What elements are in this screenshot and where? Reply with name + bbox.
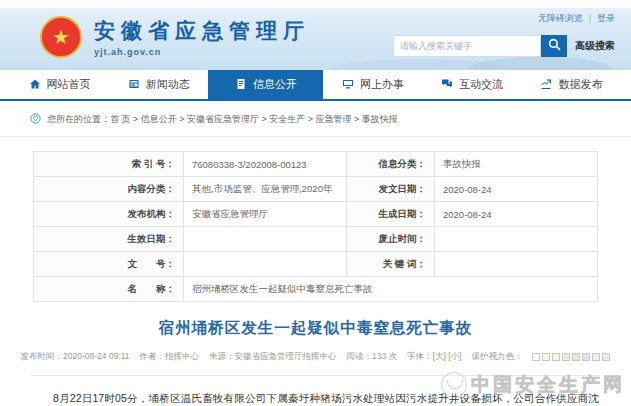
field-value: 2020-08-24 bbox=[435, 202, 598, 227]
field-value: 其他,市场监管、应急管理,2020年 bbox=[184, 177, 347, 202]
table-row: 文 号： 关 键 词： bbox=[34, 252, 598, 277]
color-swatch[interactable] bbox=[532, 353, 540, 361]
breadcrumb-trail[interactable]: 您所在的位置：首 页 > 信息公开 > 安徽省应急管理厅 > 安全生产 > 应急… bbox=[47, 113, 398, 126]
nav-label: 互动交流 bbox=[459, 77, 503, 92]
field-value: 宿州埇桥区发生一起疑似中毒窒息死亡事故 bbox=[184, 277, 598, 302]
nav-item-online-services[interactable]: 网上办事 bbox=[323, 70, 422, 99]
color-swatch[interactable] bbox=[552, 353, 560, 361]
color-swatch[interactable] bbox=[582, 353, 590, 361]
accessibility-link[interactable]: 无障碍浏览 bbox=[538, 13, 583, 23]
search-bar: 高级搜索 bbox=[393, 35, 615, 57]
field-label: 索 引 号： bbox=[34, 152, 184, 177]
eye-protect-swatches bbox=[532, 353, 610, 361]
field-value bbox=[435, 227, 598, 252]
article-body: 8月22日17时05分，埇桥区温氏畜牧有限公司下属秦圩种猪场污水处理站因污水提升… bbox=[32, 388, 599, 406]
field-label: 生效日期： bbox=[34, 227, 184, 252]
field-label: 废止时间： bbox=[347, 227, 435, 252]
color-swatch[interactable] bbox=[542, 353, 550, 361]
location-pin-icon bbox=[30, 113, 41, 126]
color-swatch[interactable] bbox=[562, 353, 570, 361]
monitor-icon bbox=[342, 78, 354, 92]
font-size-controls[interactable]: 字体：[大] [小] bbox=[407, 351, 461, 363]
nav-item-interaction[interactable]: 互动交流 bbox=[423, 70, 522, 99]
nav-label: 新闻动态 bbox=[146, 77, 190, 92]
field-label: 信息分类： bbox=[347, 152, 435, 177]
site-brand[interactable]: ★ 安徽省应急管理厅 yjt.ah.gov.cn bbox=[40, 16, 310, 58]
document-info-table: 索 引 号： 76080338-3/202008-00123 信息分类： 事故快… bbox=[33, 151, 598, 302]
color-swatch[interactable] bbox=[602, 353, 610, 361]
national-emblem-logo: ★ bbox=[40, 16, 82, 58]
nav-item-home[interactable]: 网站首页 bbox=[10, 70, 109, 99]
brand-text: 安徽省应急管理厅 yjt.ah.gov.cn bbox=[94, 17, 310, 57]
nav-label: 数据发布 bbox=[558, 77, 602, 92]
field-label: 文 号： bbox=[34, 252, 184, 277]
site-url: yjt.ah.gov.cn bbox=[94, 47, 310, 57]
article-title: 宿州埇桥区发生一起疑似中毒窒息死亡事故 bbox=[0, 318, 631, 339]
field-value: 76080338-3/202008-00123 bbox=[184, 152, 347, 177]
publish-time: 发布时间：2020-08-24 09:11 bbox=[21, 351, 130, 363]
eye-protect-label: 保护视力色： bbox=[471, 351, 522, 363]
table-row: 生效日期： 废止时间： bbox=[34, 227, 598, 252]
source: 来源：安徽省应急管理厅指挥中心 bbox=[209, 351, 337, 363]
field-value: 安徽省应急管理厅 bbox=[184, 202, 347, 227]
news-icon bbox=[128, 78, 140, 92]
field-value bbox=[184, 252, 347, 277]
search-input[interactable] bbox=[393, 35, 541, 57]
home-icon bbox=[29, 78, 41, 92]
nav-item-news[interactable]: 新闻动态 bbox=[109, 70, 208, 99]
nav-label: 信息公开 bbox=[253, 77, 297, 92]
field-label: 名 称： bbox=[34, 277, 184, 302]
nav-item-data-release[interactable]: 数据发布 bbox=[522, 70, 621, 99]
table-row: 名 称： 宿州埇桥区发生一起疑似中毒窒息死亡事故 bbox=[34, 277, 598, 302]
advanced-search-link[interactable]: 高级搜索 bbox=[575, 39, 615, 53]
top-links: 无障碍浏览|登录 bbox=[538, 12, 615, 25]
field-label: 发布机构： bbox=[34, 202, 184, 227]
article-body-text: 8月22日17时05分，埇桥区温氏畜牧有限公司下属秦圩种猪场污水处理站因污水提升… bbox=[32, 392, 599, 406]
nav-label: 网站首页 bbox=[47, 77, 91, 92]
color-swatch[interactable] bbox=[592, 353, 600, 361]
table-row: 索 引 号： 76080338-3/202008-00123 信息分类： 事故快… bbox=[34, 152, 598, 177]
site-title: 安徽省应急管理厅 bbox=[94, 17, 310, 45]
login-link[interactable]: 登录 bbox=[597, 13, 615, 23]
author: 作者：指挥中心 bbox=[140, 351, 200, 363]
divider bbox=[30, 375, 601, 376]
chat-icon bbox=[441, 78, 453, 92]
nav-label: 网上办事 bbox=[360, 77, 404, 92]
article-meta: 发布时间：2020-08-24 09:11 作者：指挥中心 来源：安徽省应急管理… bbox=[0, 351, 631, 363]
table-row: 内容分类： 其他,市场监管、应急管理,2020年 发文日期： 2020-08-2… bbox=[34, 177, 598, 202]
site-header: ★ 安徽省应急管理厅 yjt.ah.gov.cn 无障碍浏览|登录 高级搜索 bbox=[0, 8, 631, 70]
search-icon bbox=[548, 38, 561, 54]
field-label: 内容分类： bbox=[34, 177, 184, 202]
field-value: 事故快报 bbox=[435, 152, 598, 177]
table-row: 发布机构： 安徽省应急管理厅 生成日期： 2020-08-24 bbox=[34, 202, 598, 227]
document-icon bbox=[235, 78, 247, 92]
main-nav: 网站首页 新闻动态 信息公开 网上办事 互动交流 bbox=[0, 70, 631, 101]
top-strip bbox=[0, 0, 631, 8]
field-label: 发文日期： bbox=[347, 177, 435, 202]
field-value bbox=[435, 252, 598, 277]
field-label: 关 键 词： bbox=[347, 252, 435, 277]
search-button[interactable] bbox=[541, 35, 567, 57]
nav-item-info-disclosure[interactable]: 信息公开 bbox=[208, 70, 323, 99]
breadcrumb: 您所在的位置：首 页 > 信息公开 > 安徽省应急管理厅 > 安全生产 > 应急… bbox=[0, 101, 631, 137]
page: ★ 安徽省应急管理厅 yjt.ah.gov.cn 无障碍浏览|登录 高级搜索 bbox=[0, 0, 631, 406]
view-count: 阅读：133 次 bbox=[347, 351, 398, 363]
field-value: 2020-08-24 bbox=[435, 177, 598, 202]
chart-icon bbox=[540, 78, 552, 92]
color-swatch[interactable] bbox=[572, 353, 580, 361]
field-value bbox=[184, 227, 347, 252]
toplinks-separator: | bbox=[589, 13, 591, 23]
field-label: 生成日期： bbox=[347, 202, 435, 227]
